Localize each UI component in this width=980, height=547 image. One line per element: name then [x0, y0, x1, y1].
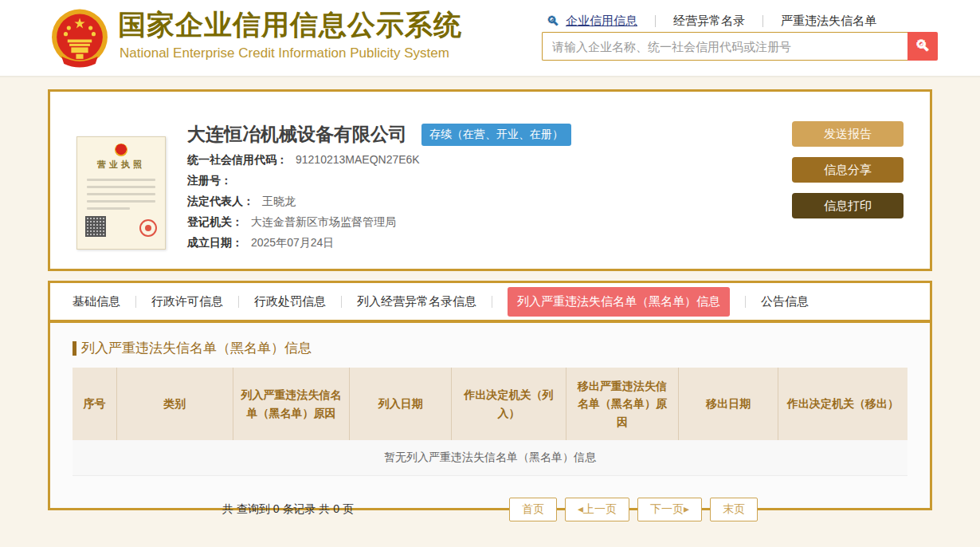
- nav-link-enterprise-credit[interactable]: 企业信用信息: [566, 14, 637, 29]
- tab-separator: [341, 296, 342, 308]
- top-nav: 🔍︎ 企业信用信息 经营异常名录 严重违法失信名单: [547, 14, 876, 29]
- col-category: 类别: [117, 368, 233, 440]
- col-deciding-authority-removal: 作出决定机关（移出）: [778, 368, 908, 440]
- send-report-button[interactable]: 发送报告: [792, 121, 904, 147]
- nav-link-abnormal-operations[interactable]: 经营异常名录: [673, 14, 745, 29]
- blacklist-table: 序号 类别 列入严重违法失信名单（黑名单）原因 列入日期 作出决定机关（列入） …: [73, 368, 907, 476]
- tab-basic-info[interactable]: 基础信息: [73, 294, 120, 309]
- field-establishment-date: 成立日期： 2025年07月24日: [187, 236, 420, 250]
- first-page-button[interactable]: 首页: [509, 498, 557, 521]
- col-inclusion-reason: 列入严重违法失信名单（黑名单）原因: [233, 368, 350, 440]
- tab-separator: [135, 296, 136, 308]
- field-legal-representative: 法定代表人： 王晓龙: [187, 195, 420, 208]
- nav-link-serious-violations[interactable]: 严重违法失信名单: [781, 14, 876, 29]
- print-info-button[interactable]: 信息打印: [792, 193, 904, 218]
- search-bar: 🔍︎: [542, 32, 938, 61]
- next-page-button[interactable]: 下一页▸: [637, 498, 702, 521]
- tab-separator: [238, 296, 239, 308]
- section-title-marker: [73, 341, 76, 356]
- field-registration-authority: 登记机关： 大连金普新区市场监督管理局: [187, 215, 420, 229]
- record-count-summary: 共 查询到 0 条记录 共 0 页: [222, 502, 354, 517]
- site-title: 国家企业信用信息公示系统: [118, 6, 462, 44]
- field-credit-code: 统一社会信用代码： 91210213MAEQN27E6K: [187, 153, 420, 167]
- previous-page-button[interactable]: ◂上一页: [565, 498, 629, 521]
- share-info-button[interactable]: 信息分享: [792, 157, 904, 183]
- detail-card: 基础信息 行政许可信息 行政处罚信息 列入经营异常名录信息 列入严重违法失信名单…: [48, 281, 932, 510]
- tab-separator: [745, 296, 746, 308]
- tab-announcements[interactable]: 公告信息: [761, 294, 809, 309]
- license-emblem-icon: [115, 144, 127, 156]
- tab-serious-violations-blacklist[interactable]: 列入严重违法失信名单（黑名单）信息: [508, 287, 730, 317]
- pagination: 共 查询到 0 条记录 共 0 页 首页 ◂上一页 下一页▸ 末页: [73, 498, 907, 521]
- tab-administrative-penalty[interactable]: 行政处罚信息: [254, 294, 326, 309]
- nav-separator: [762, 15, 763, 27]
- business-license-thumbnail: 营业执照: [76, 136, 166, 250]
- col-serial-number: 序号: [73, 368, 117, 440]
- section-title: 列入严重违法失信名单（黑名单）信息: [73, 339, 907, 357]
- col-deciding-authority-inclusion: 作出决定机关（列入）: [452, 368, 566, 440]
- search-input[interactable]: [542, 32, 907, 61]
- national-emblem-logo: [49, 8, 110, 69]
- license-red-seal: [139, 219, 157, 237]
- search-icon: 🔍︎: [915, 37, 931, 54]
- site-header: 国家企业信用信息公示系统 National Enterprise Credit …: [0, 0, 980, 77]
- status-badge: 存续（在营、开业、在册）: [421, 124, 571, 146]
- license-qr-code: [85, 216, 106, 237]
- company-name: 大连恒冶机械设备有限公司: [187, 122, 407, 147]
- empty-message: 暂无列入严重违法失信名单（黑名单）信息: [73, 440, 907, 475]
- tab-abnormal-operations-list[interactable]: 列入经营异常名录信息: [357, 294, 476, 309]
- search-button[interactable]: 🔍︎: [907, 32, 938, 61]
- col-removal-date: 移出日期: [679, 368, 778, 440]
- search-icon: 🔍︎: [547, 14, 559, 29]
- col-inclusion-date: 列入日期: [350, 368, 452, 440]
- company-info-card: 营业执照 大连恒冶机械设备有限公司 存续（在营、开业、在册） 统一社会信用代码：…: [48, 89, 932, 271]
- col-removal-reason: 移出严重违法失信名单（黑名单）原因: [566, 368, 678, 440]
- tab-administrative-licensing[interactable]: 行政许可信息: [151, 294, 223, 309]
- license-title: 营业执照: [85, 159, 157, 171]
- site-subtitle: National Enterprise Credit Information P…: [120, 45, 449, 61]
- tab-bar: 基础信息 行政许可信息 行政处罚信息 列入经营异常名录信息 列入严重违法失信名单…: [50, 283, 930, 323]
- nav-separator: [655, 15, 656, 27]
- last-page-button[interactable]: 末页: [710, 498, 758, 521]
- company-actions: 发送报告 信息分享 信息打印: [792, 121, 904, 218]
- table-empty-row: 暂无列入严重违法失信名单（黑名单）信息: [73, 440, 907, 475]
- table-header-row: 序号 类别 列入严重违法失信名单（黑名单）原因 列入日期 作出决定机关（列入） …: [73, 368, 907, 440]
- field-registration-number: 注册号：: [187, 174, 420, 187]
- company-fields: 统一社会信用代码： 91210213MAEQN27E6K 注册号： 法定代表人：…: [187, 153, 420, 257]
- tab-separator: [492, 296, 492, 308]
